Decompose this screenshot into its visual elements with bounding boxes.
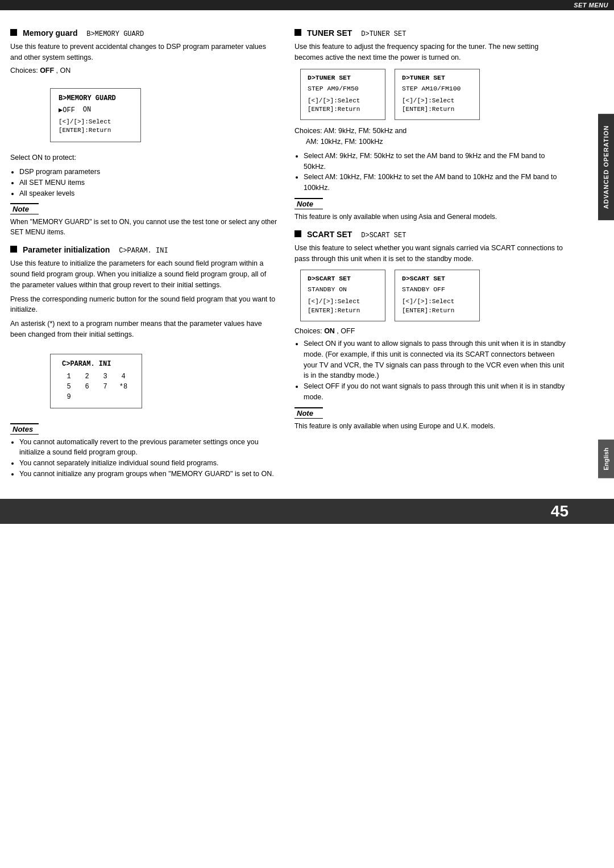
memory-guard-screen: B>MEMORY GUARD ▶OFF ON [<]/[>]:Select [E… (50, 88, 141, 143)
title-bullet-icon (294, 29, 301, 36)
param-screen: C>PARAM. INI 1 2 3 4 5 6 7 *8 9 (50, 354, 142, 408)
memory-guard-title: Memory guard B>MEMORY GUARD (10, 28, 277, 38)
display-footer: [<]/[>]:Select [ENTER]:Return (59, 118, 132, 135)
right-column: TUNER SET D>TUNER SET Use this feature t… (289, 20, 567, 484)
list-item: DSP program parameters (19, 167, 277, 177)
title-bullet-icon (10, 29, 17, 36)
tuner-note: Note This feature is only available when… (294, 198, 567, 222)
memory-guard-display: B>MEMORY GUARD ▶OFF ON [<]/[>]:Select [E… (33, 82, 141, 148)
scart-set-section: SCART SET D>SCART SET Use this feature t… (294, 230, 567, 431)
side-tabs-container: ADVANCED OPERATION (598, 114, 614, 220)
param-init-body2: Press the corresponding numeric button f… (10, 294, 277, 316)
param-init-display: C>PARAM. INI 1 2 3 4 5 6 7 *8 9 (33, 348, 142, 414)
list-item: You cannot separately initialize individ… (19, 458, 277, 469)
tuner-set-body: Use this feature to adjust the frequency… (294, 42, 567, 63)
tuner-set-section: TUNER SET D>TUNER SET Use this feature t… (294, 28, 567, 222)
list-item: Select ON if you want to allow signals t… (304, 338, 567, 381)
title-bullet-icon (10, 246, 17, 253)
memory-guard-section: Memory guard B>MEMORY GUARD Use this fea… (10, 28, 277, 237)
scart-display-right: D>SCART SET STANDBY OFF [<]/[>]:Select [… (395, 270, 480, 321)
scart-set-body: Use this feature to select whether you w… (294, 243, 567, 264)
tuner-display-left: D>TUNER SET STEP AM9/FM50 [<]/[>]:Select… (300, 69, 385, 121)
header-bar: SET MENU (0, 0, 614, 10)
param-init-body3: An asterisk (*) next to a program number… (10, 319, 277, 340)
tuner-bullets: Select AM: 9kHz, FM: 50kHz to set the AM… (304, 151, 567, 193)
memory-guard-note: Note When "MEMORY GUARD" is set to ON, y… (10, 203, 277, 237)
left-column: Memory guard B>MEMORY GUARD Use this fea… (10, 20, 289, 484)
list-item: All speaker levels (19, 188, 277, 199)
list-item: You cannot automatically revert to the p… (19, 437, 277, 458)
list-item: You cannot initialize any program groups… (19, 469, 277, 480)
tuner-displays: D>TUNER SET STEP AM9/FM50 [<]/[>]:Select… (300, 69, 567, 121)
param-init-body1: Use this feature to initialize the param… (10, 258, 277, 290)
list-item: Select AM: 9kHz, FM: 50kHz to set the AM… (304, 151, 567, 172)
memory-guard-bullets: DSP program parameters All SET MENU item… (19, 167, 277, 199)
display-title: B>MEMORY GUARD (59, 94, 132, 102)
scart-set-title: SCART SET D>SCART SET (294, 230, 567, 239)
header-title: SET MENU (574, 2, 608, 9)
param-init-mono: C>PARAM. INI (119, 247, 168, 255)
scart-note: Note This feature is only available when… (294, 407, 567, 431)
scart-bullets: Select ON if you want to allow signals t… (304, 338, 567, 403)
param-init-title: Parameter initialization C>PARAM. INI (10, 245, 277, 255)
list-item: Select OFF if you do not want signals to… (304, 381, 567, 403)
english-tab[interactable]: English (598, 440, 614, 478)
param-grid: 1 2 3 4 5 6 7 *8 9 (62, 373, 130, 401)
param-init-notes: Notes You cannot automatically revert to… (10, 423, 277, 480)
notes-list: You cannot automatically revert to the p… (19, 437, 277, 480)
memory-guard-choices: Choices: OFF , ON (10, 67, 277, 75)
title-bullet-icon (294, 230, 301, 237)
param-init-section: Parameter initialization C>PARAM. INI Us… (10, 245, 277, 479)
tuner-set-title: TUNER SET D>TUNER SET (294, 28, 567, 38)
scart-display-left: D>SCART SET STANDBY ON [<]/[>]:Select [E… (300, 270, 385, 321)
tuner-display-right: D>TUNER SET STEP AM10/FM100 [<]/[>]:Sele… (395, 69, 480, 121)
memory-guard-mono: B>MEMORY GUARD (86, 30, 144, 38)
tuner-choices: Choices: AM: 9kHz, FM: 50kHz and AM: 10k… (294, 126, 567, 147)
page-number: 45 (551, 502, 569, 520)
english-tab-container: English (598, 440, 614, 478)
tuner-set-mono: D>TUNER SET (361, 30, 406, 38)
scart-set-mono: D>SCART SET (361, 232, 406, 239)
display-row1: ▶OFF ON (59, 106, 132, 114)
scart-displays: D>SCART SET STANDBY ON [<]/[>]:Select [E… (300, 270, 567, 321)
scart-choices: Choices: ON , OFF (294, 327, 567, 335)
list-item: Select AM: 10kHz, FM: 100kHz to set the … (304, 172, 567, 193)
page-number-bar: 45 (0, 499, 614, 524)
select-on-label: Select ON to protect: (10, 152, 277, 163)
advanced-operation-tab[interactable]: ADVANCED OPERATION (598, 114, 614, 220)
list-item: All SET MENU items (19, 177, 277, 188)
memory-guard-body: Use this feature to prevent accidental c… (10, 42, 277, 63)
